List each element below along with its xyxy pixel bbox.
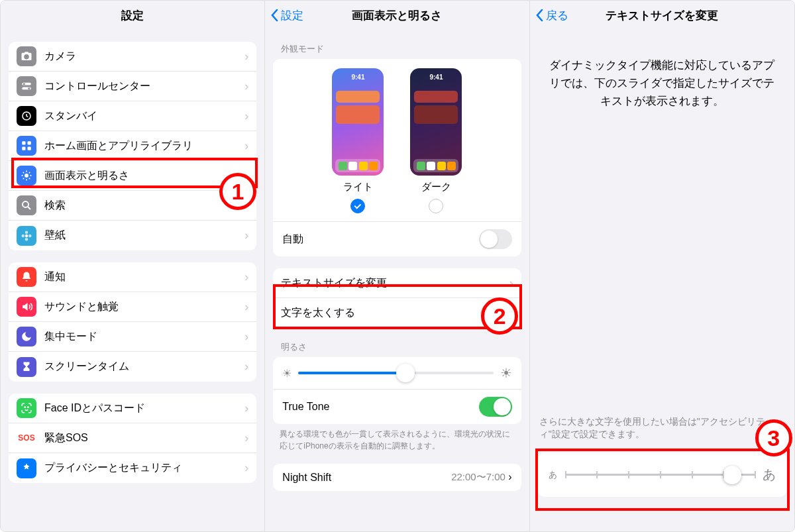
svg-point-9 <box>25 174 28 178</box>
accessibility-note: さらに大きな文字を使用したい場合は"アクセシビリティ"設定で設定できます。 <box>539 415 785 441</box>
annotation-circle-3: 3 <box>755 419 792 456</box>
truetone-row[interactable]: True Tone <box>273 390 521 424</box>
settings-row-grid[interactable]: ホーム画面とアプリライブラリ› <box>9 131 256 161</box>
row-label: プライバシーとセキュリティ <box>44 461 244 475</box>
page-title: 画面表示と明るさ <box>352 8 442 23</box>
bell-icon <box>17 267 36 287</box>
truetone-switch[interactable] <box>479 397 512 417</box>
settings-row-sound[interactable]: サウンドと触覚› <box>9 292 256 322</box>
svg-point-15 <box>28 234 32 237</box>
svg-rect-8 <box>28 147 31 150</box>
sun-large-icon: ☀︎ <box>500 365 512 381</box>
chevron-right-icon: › <box>244 270 248 284</box>
chevron-left-icon <box>535 9 543 22</box>
truetone-label: True Tone <box>282 401 329 413</box>
text-size-row[interactable]: テキストサイズを変更 › <box>273 268 521 298</box>
chevron-right-icon: › <box>244 461 248 475</box>
sos-icon: SOS <box>17 428 36 448</box>
chevron-right-icon: › <box>244 330 248 344</box>
svg-point-2 <box>23 83 25 85</box>
auto-switch[interactable] <box>479 229 512 249</box>
row-label: ホーム画面とアプリライブラリ <box>44 139 244 153</box>
sound-icon <box>17 297 36 317</box>
chevron-right-icon: › <box>244 431 248 445</box>
size-large-label: あ <box>763 466 776 484</box>
dark-mode-option[interactable]: 9:41 ダーク <box>410 68 462 213</box>
settings-row-hand[interactable]: プライバシーとセキュリティ› <box>9 453 256 483</box>
nightshift-label: Night Shift <box>282 472 331 484</box>
chevron-left-icon <box>270 9 278 22</box>
settings-group-1: カメラ›コントロールセンター›スタンバイ›ホーム画面とアプリライブラリ›画面表示… <box>9 42 256 250</box>
light-preview: 9:41 <box>332 68 384 176</box>
svg-point-10 <box>23 201 28 207</box>
chevron-right-icon: › <box>244 360 248 374</box>
faceid-icon <box>17 398 36 418</box>
settings-row-bell[interactable]: 通知› <box>9 262 256 292</box>
back-button[interactable]: 設定 <box>270 8 303 23</box>
dark-preview: 9:41 <box>410 68 462 176</box>
switches-icon <box>17 76 36 96</box>
row-label: 検索 <box>44 199 244 213</box>
hand-icon <box>17 458 36 478</box>
sun-small-icon: ☀︎ <box>282 367 292 380</box>
row-label: Face IDとパスコード <box>44 401 244 415</box>
back-button[interactable]: 戻る <box>535 8 568 23</box>
nav-header: 設定 <box>1 1 264 30</box>
camera-icon <box>17 46 36 66</box>
page-title: 設定 <box>121 8 144 23</box>
appearance-section: 9:41 ライト 9:41 ダーク 自動 <box>273 59 521 256</box>
svg-point-13 <box>25 238 28 241</box>
svg-point-17 <box>28 407 29 408</box>
nightshift-group: Night Shift 22:00〜7:00 › <box>273 464 521 491</box>
auto-row[interactable]: 自動 <box>273 221 521 256</box>
settings-row-switches[interactable]: コントロールセンター› <box>9 72 256 101</box>
truetone-note: 異なる環境でも色が一貫して表示されるように、環境光の状況に応じてiPhoneの表… <box>280 428 514 452</box>
text-size-slider[interactable] <box>565 474 755 476</box>
svg-point-16 <box>25 407 26 408</box>
settings-row-faceid[interactable]: Face IDとパスコード› <box>9 394 256 423</box>
brightness-group: ☀︎ ☀︎ True Tone <box>273 357 521 424</box>
nav-header: 設定 画面表示と明るさ <box>265 1 529 30</box>
svg-rect-6 <box>28 141 31 144</box>
dark-check-icon <box>429 199 443 213</box>
row-label: 集中モード <box>44 330 244 344</box>
svg-point-3 <box>28 87 30 89</box>
chevron-right-icon: › <box>508 471 511 482</box>
light-check-icon <box>350 199 365 213</box>
appearance-header: 外観モード <box>281 43 513 55</box>
row-label: スクリーンタイム <box>44 360 244 374</box>
settings-row-standby[interactable]: スタンバイ› <box>9 101 256 131</box>
text-size-slider-wrap: あ あ <box>538 452 786 497</box>
row-label: カメラ <box>44 50 244 64</box>
settings-row-camera[interactable]: カメラ› <box>9 42 256 72</box>
settings-row-moon[interactable]: 集中モード› <box>9 322 256 352</box>
svg-rect-7 <box>22 147 25 150</box>
back-label: 戻る <box>546 8 568 23</box>
grid-icon <box>17 136 36 156</box>
hourglass-icon <box>17 357 36 377</box>
chevron-right-icon: › <box>244 300 248 314</box>
row-label: 通知 <box>44 270 244 284</box>
svg-point-12 <box>25 231 28 234</box>
chevron-right-icon: › <box>244 109 248 123</box>
size-small-label: あ <box>549 469 557 481</box>
nightshift-row[interactable]: Night Shift 22:00〜7:00 › <box>273 464 521 491</box>
page-title: テキストサイズを変更 <box>606 8 718 23</box>
row-label: スタンバイ <box>44 109 244 123</box>
brightness-header: 明るさ <box>281 341 513 353</box>
brightness-slider[interactable] <box>298 372 493 374</box>
row-label: サウンドと触覚 <box>44 300 244 314</box>
svg-point-14 <box>22 234 25 237</box>
settings-row-sos[interactable]: SOS緊急SOS› <box>9 423 256 453</box>
svg-point-11 <box>25 234 28 237</box>
back-label: 設定 <box>281 8 303 23</box>
standby-icon <box>17 106 36 126</box>
search-icon <box>17 195 36 215</box>
settings-row-hourglass[interactable]: スクリーンタイム› <box>9 352 256 382</box>
annotation-circle-1: 1 <box>219 173 256 210</box>
svg-rect-5 <box>22 141 25 144</box>
settings-row-flower[interactable]: 壁紙› <box>9 221 256 250</box>
auto-label: 自動 <box>282 233 303 246</box>
chevron-right-icon: › <box>244 401 248 415</box>
light-mode-option[interactable]: 9:41 ライト <box>332 68 384 213</box>
